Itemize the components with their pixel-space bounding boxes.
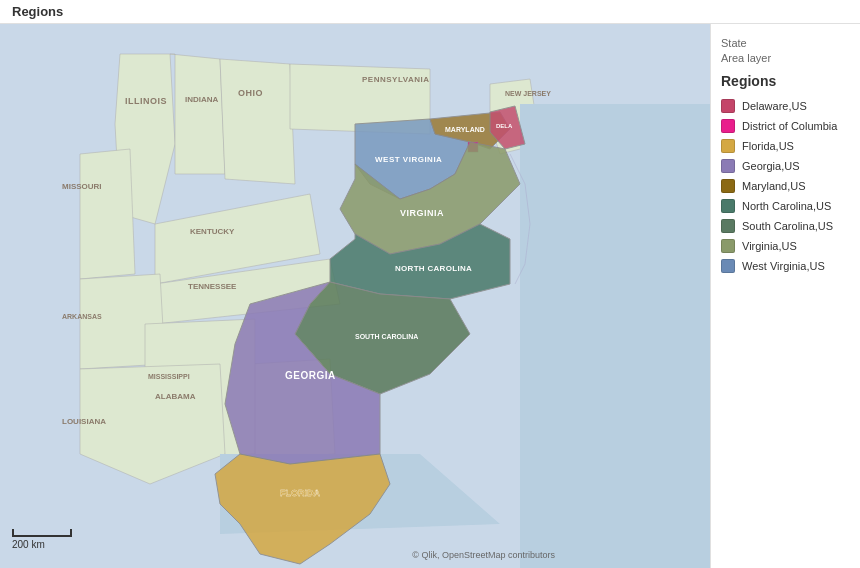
app: Regions: [0, 0, 860, 568]
legend-title: Regions: [721, 73, 850, 89]
legend-label: Maryland,US: [742, 180, 806, 192]
title-bar: Regions: [0, 0, 860, 24]
legend-item: Georgia,US: [721, 159, 850, 173]
page-title: Regions: [12, 4, 63, 19]
svg-text:OHIO: OHIO: [238, 88, 263, 98]
legend-swatch: [721, 259, 735, 273]
svg-text:MARYLAND: MARYLAND: [445, 126, 485, 133]
scale-line: [12, 529, 72, 537]
svg-text:SOUTH CAROLINA: SOUTH CAROLINA: [355, 333, 418, 340]
svg-text:FLORIDA: FLORIDA: [280, 488, 320, 498]
attribution: © Qlik, OpenStreetMap contributors: [412, 550, 555, 560]
svg-text:ARKANSAS: ARKANSAS: [62, 313, 102, 320]
svg-text:TENNESSEE: TENNESSEE: [188, 282, 237, 291]
svg-text:ILLINOIS: ILLINOIS: [125, 96, 167, 106]
legend-swatch: [721, 159, 735, 173]
svg-text:NORTH CAROLINA: NORTH CAROLINA: [395, 264, 472, 273]
svg-text:NEW JERSEY: NEW JERSEY: [505, 90, 551, 97]
map-container[interactable]: WEST VIRGINIA MARYLAND DELA VIRGINIA NOR…: [0, 24, 710, 568]
legend-label: District of Columbia: [742, 120, 837, 132]
svg-text:ALABAMA: ALABAMA: [155, 392, 196, 401]
svg-text:LOUISIANA: LOUISIANA: [62, 417, 106, 426]
svg-text:INDIANA: INDIANA: [185, 95, 219, 104]
legend-panel: State Area layer Regions Delaware,USDist…: [710, 24, 860, 568]
svg-text:MISSISSIPPI: MISSISSIPPI: [148, 373, 190, 380]
svg-text:VIRGINIA: VIRGINIA: [400, 208, 444, 218]
legend-item: Delaware,US: [721, 99, 850, 113]
svg-text:WEST VIRGINIA: WEST VIRGINIA: [375, 155, 442, 164]
legend-swatch: [721, 219, 735, 233]
svg-text:PENNSYLVANIA: PENNSYLVANIA: [362, 75, 430, 84]
legend-item: West Virginia,US: [721, 259, 850, 273]
legend-item: Maryland,US: [721, 179, 850, 193]
legend-label: Florida,US: [742, 140, 794, 152]
legend-item: District of Columbia: [721, 119, 850, 133]
legend-swatch: [721, 99, 735, 113]
svg-rect-1: [520, 104, 710, 568]
legend-swatch: [721, 139, 735, 153]
scale-bar: 200 km: [12, 529, 72, 550]
legend-swatch: [721, 179, 735, 193]
svg-text:KENTUCKY: KENTUCKY: [190, 227, 235, 236]
scale-text: 200 km: [12, 539, 45, 550]
legend-item: South Carolina,US: [721, 219, 850, 233]
legend-item: Virginia,US: [721, 239, 850, 253]
legend-label: Virginia,US: [742, 240, 797, 252]
legend-swatch: [721, 119, 735, 133]
svg-text:MISSOURI: MISSOURI: [62, 182, 102, 191]
legend-label: South Carolina,US: [742, 220, 833, 232]
legend-swatch: [721, 199, 735, 213]
svg-text:DELA: DELA: [496, 123, 513, 129]
legend-label: West Virginia,US: [742, 260, 825, 272]
legend-layer-title: State Area layer: [721, 36, 850, 67]
legend-swatch: [721, 239, 735, 253]
legend-label: Georgia,US: [742, 160, 799, 172]
legend-items: Delaware,USDistrict of ColumbiaFlorida,U…: [721, 99, 850, 273]
legend-label: North Carolina,US: [742, 200, 831, 212]
svg-text:GEORGIA: GEORGIA: [285, 370, 336, 381]
legend-label: Delaware,US: [742, 100, 807, 112]
legend-item: North Carolina,US: [721, 199, 850, 213]
legend-item: Florida,US: [721, 139, 850, 153]
